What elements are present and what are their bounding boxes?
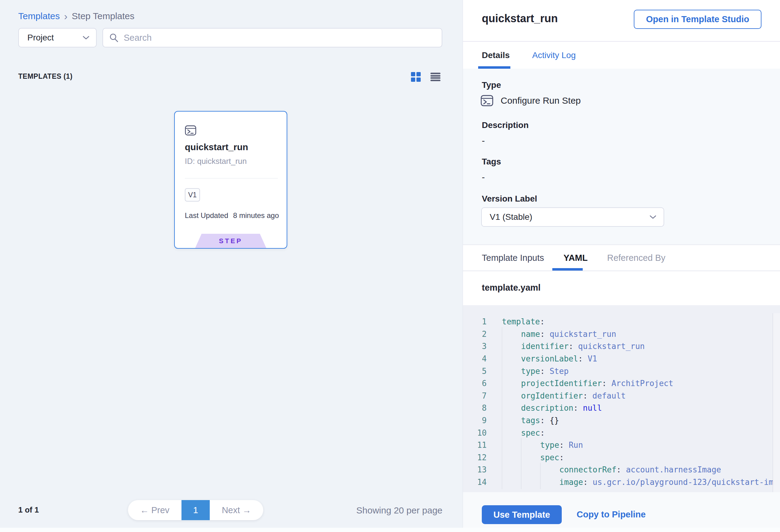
editor-minimap[interactable] — [773, 313, 780, 492]
chevron-down-icon — [649, 215, 656, 219]
yaml-line: 5type: Step — [463, 365, 780, 377]
copy-to-pipeline-link[interactable]: Copy to Pipeline — [577, 510, 646, 520]
scope-select[interactable]: Project — [18, 28, 97, 47]
view-toggle — [411, 72, 440, 82]
type-value-row: Configure Run Step — [481, 95, 581, 106]
yaml-code: 1template:2name: quickstart_run3identifi… — [463, 305, 780, 488]
active-tab-indicator — [478, 66, 510, 69]
type-label: Type — [482, 80, 501, 90]
template-list-panel: Templates › Step Templates Project TEMPL… — [0, 0, 462, 532]
tags-label: Tags — [482, 157, 501, 166]
description-value: - — [482, 136, 485, 146]
yaml-line: 7orgIdentifier: default — [463, 390, 780, 402]
version-badge: V1 — [185, 188, 200, 201]
breadcrumb: Templates › Step Templates — [18, 11, 134, 21]
yaml-line: 9tags: {} — [463, 414, 780, 427]
breadcrumb-templates-link[interactable]: Templates — [18, 11, 60, 21]
list-view-icon[interactable] — [430, 72, 440, 82]
yaml-line: 3identifier: quickstart_run — [463, 340, 780, 353]
yaml-line: 1template: — [463, 316, 780, 328]
scope-select-value: Project — [28, 33, 54, 43]
tags-value: - — [482, 172, 485, 182]
version-select[interactable]: V1 (Stable) — [481, 207, 664, 227]
content-subtabs: Template Inputs YAML Referenced By — [482, 245, 666, 271]
subtab-referenced-by[interactable]: Referenced By — [607, 253, 666, 263]
yaml-line: 4versionLabel: V1 — [463, 353, 780, 365]
run-step-icon — [185, 125, 196, 136]
step-type-badge: STEP — [195, 234, 266, 248]
tab-details[interactable]: Details — [482, 50, 510, 60]
yaml-line: 12spec: — [463, 451, 780, 464]
open-in-template-studio-button[interactable]: Open in Template Studio — [634, 10, 762, 29]
bottom-strip — [0, 528, 780, 532]
last-updated-label: Last Updated — [185, 211, 228, 220]
yaml-line: 10spec: — [463, 427, 780, 439]
yaml-line: 8description: null — [463, 402, 780, 414]
drawer-title: quickstart_run — [482, 12, 558, 25]
subtab-divider — [463, 271, 780, 271]
template-card[interactable]: quickstart_run ID: quickstart_run V1 Las… — [174, 111, 287, 249]
page-1-button[interactable]: 1 — [182, 500, 210, 520]
page-count: 1 of 1 — [18, 505, 39, 515]
search-icon — [109, 33, 119, 43]
yaml-line: 14image: us.gcr.io/playground-123/quicks… — [463, 476, 780, 488]
drawer-footer: Use Template Copy to Pipeline — [463, 492, 780, 532]
chevron-down-icon — [83, 36, 89, 40]
version-select-value: V1 (Stable) — [490, 212, 532, 222]
minimap-divider — [773, 313, 773, 492]
drawer-tabs: Details Activity Log — [482, 42, 576, 69]
run-step-icon — [481, 95, 493, 106]
type-value: Configure Run Step — [501, 95, 581, 106]
prev-page-button[interactable]: ← Prev — [128, 500, 182, 520]
yaml-line: 11type: Run — [463, 439, 780, 451]
yaml-line: 13connectorRef: account.harnessImage — [463, 464, 780, 476]
active-subtab-indicator — [552, 268, 583, 271]
use-template-button[interactable]: Use Template — [482, 505, 562, 524]
last-updated-value: 8 minutes ago — [233, 211, 279, 220]
details-section: Type Configure Run Step Description - Ta… — [463, 69, 780, 245]
per-page-label: Showing 20 per page — [356, 505, 443, 516]
template-card-id: ID: quickstart_run — [185, 156, 247, 166]
template-details-drawer: quickstart_run Open in Template Studio D… — [462, 0, 780, 532]
breadcrumb-current: Step Templates — [72, 11, 134, 21]
last-updated: Last Updated 8 minutes ago — [185, 211, 279, 220]
yaml-editor[interactable]: 1template:2name: quickstart_run3identifi… — [463, 305, 780, 492]
description-label: Description — [482, 120, 529, 130]
subtab-yaml[interactable]: YAML — [564, 253, 588, 263]
search-box — [102, 28, 442, 47]
next-page-button[interactable]: Next → — [210, 500, 263, 520]
templates-page: Templates › Step Templates Project TEMPL… — [0, 0, 780, 532]
card-divider — [185, 178, 278, 179]
search-input[interactable] — [124, 33, 436, 43]
templates-count-header: TEMPLATES (1) — [18, 72, 72, 81]
version-label: Version Label — [482, 194, 537, 204]
pagination: ← Prev 1 Next → — [128, 500, 263, 520]
grid-view-icon[interactable] — [411, 72, 421, 82]
subtab-template-inputs[interactable]: Template Inputs — [482, 253, 544, 263]
yaml-line: 2name: quickstart_run — [463, 328, 780, 340]
template-card-title: quickstart_run — [185, 142, 248, 152]
tab-activity-log[interactable]: Activity Log — [532, 50, 576, 60]
yaml-line: 6projectIdentifier: ArchitProject — [463, 377, 780, 390]
breadcrumb-separator-icon: › — [64, 11, 67, 21]
yaml-filename: template.yaml — [482, 283, 540, 293]
